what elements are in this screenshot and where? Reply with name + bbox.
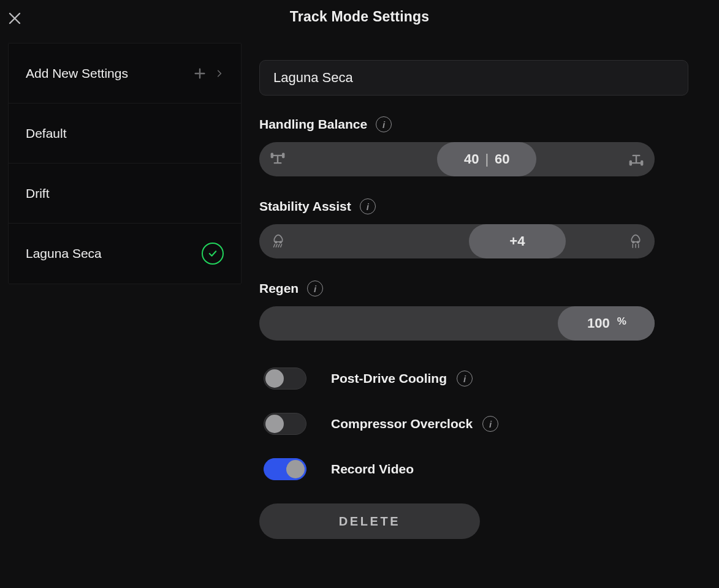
svg-rect-0 bbox=[271, 153, 273, 159]
chevron-right-icon bbox=[215, 67, 224, 80]
delete-button[interactable]: DELETE bbox=[259, 503, 480, 539]
handling-balance-label: Handling Balance i bbox=[259, 116, 688, 132]
stability-assist-thumb[interactable]: +4 bbox=[469, 224, 566, 258]
svg-point-4 bbox=[275, 241, 277, 243]
sidebar-item-laguna-seca[interactable]: Laguna Seca bbox=[9, 224, 241, 284]
svg-rect-1 bbox=[282, 153, 284, 159]
sidebar-item-label: Default bbox=[26, 126, 67, 141]
toggle-compressor-overclock[interactable] bbox=[264, 413, 306, 435]
svg-point-6 bbox=[633, 241, 634, 243]
traction-on-icon bbox=[626, 232, 645, 251]
stability-assist-label: Stability Assist i bbox=[259, 198, 688, 214]
svg-rect-2 bbox=[630, 160, 632, 166]
regen-label: Regen i bbox=[259, 281, 688, 296]
profile-name-value: Laguna Seca bbox=[273, 70, 353, 86]
selected-check-icon bbox=[202, 243, 224, 265]
sidebar-add-label: Add New Settings bbox=[26, 66, 128, 81]
sidebar-add-new[interactable]: Add New Settings bbox=[9, 43, 241, 104]
regen-thumb[interactable]: 100% bbox=[558, 306, 655, 341]
svg-rect-3 bbox=[641, 160, 643, 166]
settings-panel: Laguna Seca Handling Balance i 40 | 60 S… bbox=[259, 60, 688, 539]
info-icon[interactable]: i bbox=[376, 116, 392, 132]
sidebar-item-label: Laguna Seca bbox=[26, 246, 102, 261]
profile-name-input[interactable]: Laguna Seca bbox=[259, 60, 688, 96]
traction-off-icon bbox=[269, 232, 287, 251]
toggle-label-text: Record Video bbox=[331, 462, 414, 477]
toggle-label-text: Compressor Overclock bbox=[331, 417, 473, 431]
svg-point-7 bbox=[637, 241, 639, 243]
toggle-post-drive-cooling-row: Post-Drive Cooling i bbox=[259, 368, 688, 390]
toggle-label-text: Post-Drive Cooling bbox=[331, 371, 447, 386]
handling-balance-slider[interactable]: 40 | 60 bbox=[259, 142, 655, 176]
svg-point-5 bbox=[280, 241, 281, 243]
toggle-record-video-row: Record Video bbox=[259, 458, 688, 480]
sidebar-item-default[interactable]: Default bbox=[9, 104, 241, 164]
handling-balance-thumb[interactable]: 40 | 60 bbox=[437, 142, 536, 176]
sidebar: Add New Settings Default Drift Laguna Se… bbox=[8, 43, 242, 284]
axle-front-icon bbox=[269, 151, 286, 168]
info-icon[interactable]: i bbox=[457, 371, 473, 386]
regen-slider[interactable]: 100% bbox=[259, 306, 655, 341]
info-icon[interactable]: i bbox=[360, 198, 376, 214]
toggle-post-drive-cooling[interactable] bbox=[264, 368, 306, 390]
sidebar-item-drift[interactable]: Drift bbox=[9, 164, 241, 224]
plus-icon bbox=[193, 67, 207, 80]
toggle-compressor-overclock-row: Compressor Overclock i bbox=[259, 413, 688, 435]
stability-assist-slider[interactable]: +4 bbox=[259, 224, 655, 258]
axle-rear-icon bbox=[628, 151, 645, 168]
info-icon[interactable]: i bbox=[482, 416, 498, 432]
info-icon[interactable]: i bbox=[307, 281, 323, 296]
page-title: Track Mode Settings bbox=[0, 9, 719, 25]
toggle-record-video[interactable] bbox=[264, 458, 306, 480]
sidebar-item-label: Drift bbox=[26, 186, 50, 201]
